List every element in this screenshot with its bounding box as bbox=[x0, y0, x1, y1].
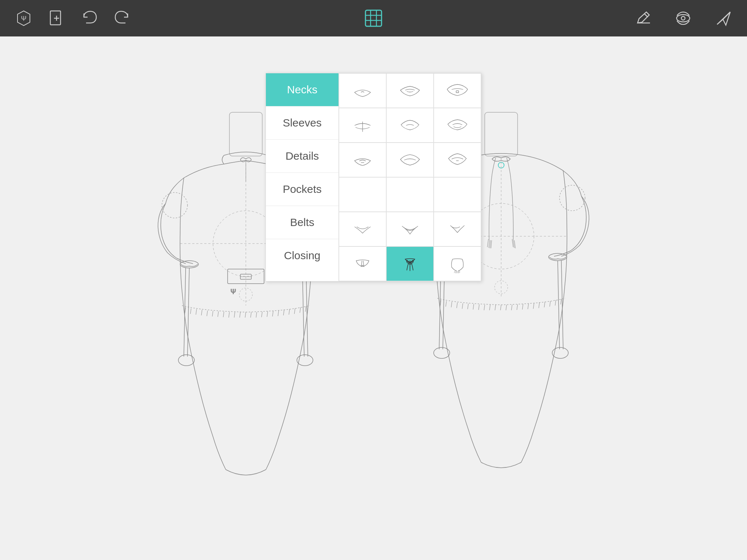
svg-text:Ψ: Ψ bbox=[21, 15, 26, 22]
svg-line-89 bbox=[555, 300, 556, 306]
svg-rect-4 bbox=[365, 10, 382, 26]
list-view-icon[interactable] bbox=[363, 7, 384, 29]
svg-line-71 bbox=[457, 303, 457, 308]
neck-option-3-1[interactable] bbox=[339, 143, 386, 177]
svg-line-32 bbox=[262, 312, 262, 317]
svg-line-35 bbox=[278, 311, 279, 316]
svg-line-25 bbox=[223, 312, 224, 317]
svg-point-102 bbox=[560, 185, 585, 211]
svg-line-61 bbox=[491, 240, 492, 248]
svg-rect-57 bbox=[485, 112, 518, 156]
svg-point-97 bbox=[434, 347, 450, 358]
new-document-icon[interactable] bbox=[47, 9, 66, 27]
neck-option-1-2[interactable] bbox=[386, 73, 434, 108]
toolbar: Ψ bbox=[0, 0, 747, 36]
svg-line-36 bbox=[283, 310, 284, 315]
neck-option-5-1[interactable] bbox=[339, 212, 386, 246]
neck-option-4-2[interactable] bbox=[386, 177, 434, 212]
category-pockets[interactable]: Pockets bbox=[266, 173, 338, 206]
svg-rect-14 bbox=[229, 112, 262, 156]
svg-line-79 bbox=[500, 305, 501, 310]
preview-icon[interactable] bbox=[674, 9, 692, 27]
svg-line-30 bbox=[251, 312, 251, 318]
category-closing[interactable]: Closing bbox=[266, 239, 338, 272]
panel-sidebar: Necks Sleeves Details Pockets Belts Clos… bbox=[266, 73, 339, 281]
svg-line-110 bbox=[454, 271, 455, 273]
svg-line-26 bbox=[229, 312, 229, 318]
svg-line-59 bbox=[489, 240, 489, 248]
svg-line-28 bbox=[240, 312, 240, 318]
svg-line-29 bbox=[245, 312, 246, 318]
svg-line-75 bbox=[479, 304, 479, 310]
svg-line-74 bbox=[473, 304, 474, 310]
svg-line-60 bbox=[490, 240, 491, 248]
svg-point-51 bbox=[178, 355, 194, 366]
send-icon[interactable] bbox=[714, 9, 732, 27]
svg-line-58 bbox=[487, 239, 488, 247]
svg-line-83 bbox=[522, 304, 523, 310]
neck-option-4-3[interactable] bbox=[434, 177, 481, 212]
svg-rect-103 bbox=[456, 91, 459, 93]
neck-option-3-3[interactable] bbox=[434, 143, 481, 177]
svg-line-69 bbox=[446, 301, 446, 307]
svg-line-82 bbox=[517, 304, 518, 310]
svg-line-39 bbox=[300, 307, 301, 313]
svg-point-109 bbox=[409, 261, 411, 263]
category-sleeves[interactable]: Sleeves bbox=[266, 106, 338, 140]
neck-option-3-2[interactable] bbox=[386, 143, 434, 177]
svg-line-20 bbox=[196, 309, 197, 315]
svg-line-24 bbox=[218, 311, 218, 317]
svg-line-33 bbox=[267, 311, 268, 317]
svg-line-86 bbox=[539, 303, 539, 308]
svg-point-12 bbox=[681, 16, 685, 20]
svg-line-23 bbox=[212, 311, 213, 316]
panel-grid bbox=[339, 73, 481, 281]
svg-line-111 bbox=[456, 271, 456, 273]
neck-option-2-2[interactable] bbox=[386, 108, 434, 143]
undo-icon[interactable] bbox=[80, 9, 98, 27]
neck-option-5-2[interactable] bbox=[386, 212, 434, 246]
neck-option-5-3[interactable] bbox=[434, 212, 481, 246]
neck-option-6-3[interactable] bbox=[434, 246, 481, 281]
redo-icon[interactable] bbox=[113, 9, 131, 27]
svg-line-81 bbox=[511, 305, 512, 310]
svg-line-87 bbox=[544, 302, 545, 307]
category-necks[interactable]: Necks bbox=[266, 73, 338, 106]
svg-point-11 bbox=[677, 15, 690, 22]
svg-line-85 bbox=[533, 303, 534, 309]
toolbar-right bbox=[634, 9, 732, 27]
svg-line-73 bbox=[468, 304, 468, 309]
category-details[interactable]: Details bbox=[266, 140, 338, 173]
svg-line-72 bbox=[462, 303, 463, 309]
svg-line-37 bbox=[289, 309, 290, 315]
svg-line-64 bbox=[514, 240, 515, 248]
svg-line-10 bbox=[644, 13, 648, 17]
svg-line-78 bbox=[495, 305, 496, 310]
neck-option-1-3[interactable] bbox=[434, 73, 481, 108]
svg-line-84 bbox=[528, 304, 529, 309]
neck-option-1-1[interactable] bbox=[339, 73, 386, 108]
svg-line-31 bbox=[256, 312, 257, 318]
logo-icon[interactable]: Ψ bbox=[15, 9, 33, 27]
category-belts[interactable]: Belts bbox=[266, 206, 338, 239]
svg-line-70 bbox=[451, 302, 452, 307]
svg-line-88 bbox=[550, 301, 550, 307]
neck-option-6-1[interactable] bbox=[339, 246, 386, 281]
neck-option-4-1[interactable] bbox=[339, 177, 386, 212]
toolbar-left: Ψ bbox=[15, 9, 131, 27]
neck-option-2-3[interactable] bbox=[434, 108, 481, 143]
svg-line-34 bbox=[272, 311, 273, 316]
svg-point-16 bbox=[180, 261, 198, 268]
svg-text:Ψ: Ψ bbox=[231, 288, 236, 295]
svg-line-19 bbox=[190, 308, 191, 314]
panel-overlay: Necks Sleeves Details Pockets Belts Clos… bbox=[266, 73, 481, 281]
neck-option-6-2[interactable] bbox=[386, 246, 434, 281]
svg-line-112 bbox=[456, 271, 457, 273]
svg-point-67 bbox=[549, 253, 567, 261]
svg-line-77 bbox=[489, 305, 490, 310]
svg-point-55 bbox=[162, 192, 187, 218]
svg-line-62 bbox=[512, 239, 513, 247]
edit-icon[interactable] bbox=[634, 9, 652, 27]
svg-line-90 bbox=[561, 299, 561, 304]
neck-option-2-1[interactable] bbox=[339, 108, 386, 143]
